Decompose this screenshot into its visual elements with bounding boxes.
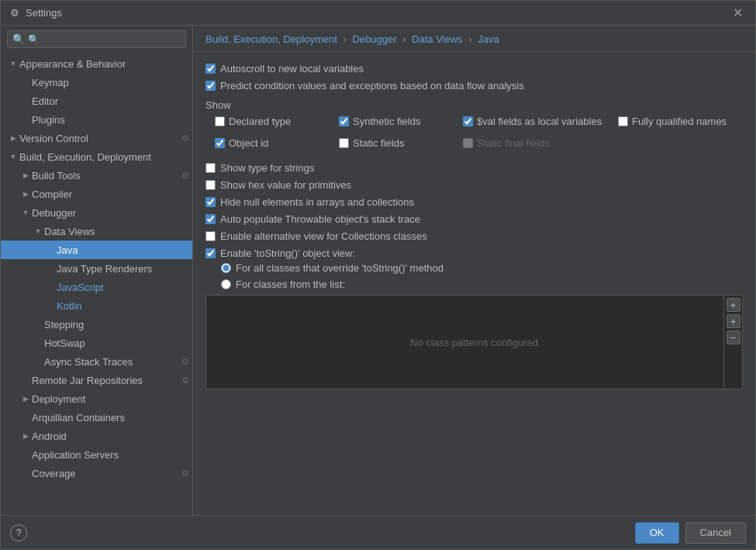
sidebar-item-javascript[interactable]: JavaScript (1, 278, 192, 296)
sidebar-item-label: Version Control (19, 133, 88, 144)
object-id-input[interactable] (215, 138, 225, 148)
right-panel: Build, Execution, Deployment › Debugger … (193, 26, 755, 515)
static-fields-input[interactable] (339, 138, 349, 148)
expand-icon (44, 244, 57, 256)
sidebar-item-label: Java (57, 244, 78, 256)
object-id-checkbox[interactable]: Object id (215, 137, 339, 149)
main-content: 🔍 ▼ Appearance & Behavior Keymap Editor (1, 26, 755, 515)
enable-alt-view-label: Enable alternative view for Collections … (220, 230, 427, 242)
sidebar: 🔍 ▼ Appearance & Behavior Keymap Editor (1, 26, 193, 515)
sidebar-item-stepping[interactable]: Stepping (1, 315, 192, 334)
show-options: Declared type Synthetic fields $val fiel… (215, 116, 743, 154)
all-classes-radio[interactable]: For all classes that override 'toString(… (221, 262, 743, 274)
sidebar-item-label: Remote Jar Repositories (32, 375, 143, 386)
expand-icon (44, 299, 57, 312)
show-type-strings-input[interactable] (205, 163, 216, 173)
show-hex-checkbox[interactable]: Show hex value for primitives (205, 179, 743, 191)
sidebar-item-version-control[interactable]: ▶ Version Control ⚙ (1, 129, 192, 147)
declared-type-input[interactable] (215, 116, 225, 126)
sidebar-item-compiler[interactable]: ▶ Compiler (1, 185, 192, 203)
breadcrumb: Build, Execution, Deployment › Debugger … (193, 26, 755, 52)
auto-populate-input[interactable] (205, 214, 216, 224)
expand-icon: ▼ (32, 225, 44, 237)
sval-fields-checkbox[interactable]: $val fields as local variables (463, 116, 618, 127)
declared-type-label: Declared type (229, 116, 291, 127)
enable-alt-view-input[interactable] (205, 231, 216, 241)
sidebar-item-label: Android (32, 431, 67, 442)
fully-qualified-checkbox[interactable]: Fully qualified names (618, 116, 727, 127)
static-final-fields-input (463, 138, 473, 148)
sidebar-item-label: Build Tools (32, 170, 81, 182)
sidebar-item-editor[interactable]: Editor (1, 92, 192, 110)
sidebar-item-app-servers[interactable]: Application Servers (1, 445, 192, 464)
expand-icon (44, 262, 57, 275)
static-fields-checkbox[interactable]: Static fields (339, 137, 463, 149)
hide-null-input[interactable] (205, 197, 216, 207)
hide-null-checkbox[interactable]: Hide null elements in arrays and collect… (205, 196, 743, 208)
sidebar-item-arquillian[interactable]: Arquillian Containers (1, 408, 192, 427)
auto-populate-label: Auto populate Throwable object's stack t… (220, 213, 420, 225)
show-row-1: Declared type Synthetic fields $val fiel… (215, 116, 743, 133)
sidebar-item-label: Data Views (44, 226, 95, 237)
sidebar-item-deployment[interactable]: ▶ Deployment (1, 389, 192, 408)
show-hex-label: Show hex value for primitives (220, 179, 351, 191)
gear-icon: ⚙ (181, 375, 189, 386)
expand-icon (32, 318, 44, 330)
from-list-input[interactable] (221, 279, 231, 289)
enable-alt-view-checkbox[interactable]: Enable alternative view for Collections … (205, 230, 743, 242)
sidebar-item-appearance[interactable]: ▼ Appearance & Behavior (1, 54, 192, 73)
synthetic-fields-checkbox[interactable]: Synthetic fields (339, 116, 463, 127)
sidebar-item-label: Compiler (32, 189, 72, 200)
help-button[interactable]: ? (10, 524, 27, 541)
fully-qualified-input[interactable] (618, 116, 628, 126)
sidebar-item-hotswap[interactable]: HotSwap (1, 334, 192, 352)
remove-pattern-button[interactable]: − (727, 330, 740, 344)
search-box[interactable]: 🔍 (7, 30, 186, 48)
expand-icon (32, 355, 44, 368)
sidebar-item-remote-jar[interactable]: Remote Jar Repositories ⚙ (1, 371, 192, 389)
search-input[interactable] (28, 34, 181, 45)
sidebar-item-kotlin[interactable]: Kotlin (1, 296, 192, 315)
autoscroll-input[interactable] (205, 64, 216, 74)
predict-input[interactable] (205, 81, 216, 91)
all-classes-input[interactable] (221, 263, 231, 273)
sidebar-item-data-views[interactable]: ▼ Data Views (1, 222, 192, 240)
sidebar-item-keymap[interactable]: Keymap (1, 73, 192, 92)
autoscroll-checkbox[interactable]: Autoscroll to new local variables (205, 63, 743, 74)
predict-checkbox[interactable]: Predict condition values and exceptions … (205, 80, 743, 92)
add-pattern-button[interactable]: + (727, 298, 740, 312)
sval-fields-input[interactable] (463, 116, 473, 126)
sidebar-item-coverage[interactable]: Coverage ⚙ (1, 464, 192, 483)
sidebar-item-label: Build, Execution, Deployment (19, 151, 151, 163)
breadcrumb-part: Data Views (412, 33, 463, 45)
sidebar-item-java-type-renderers[interactable]: Java Type Renderers (1, 259, 192, 278)
cancel-button[interactable]: Cancel (685, 522, 746, 544)
auto-populate-checkbox[interactable]: Auto populate Throwable object's stack t… (205, 213, 743, 225)
breadcrumb-part: Java (478, 33, 499, 45)
synthetic-fields-label: Synthetic fields (353, 116, 420, 127)
declared-type-checkbox[interactable]: Declared type (215, 116, 339, 127)
sidebar-item-java[interactable]: Java (1, 240, 192, 259)
enable-tostring-checkbox[interactable]: Enable 'toString()' object view: (205, 247, 743, 259)
sidebar-item-build-tools[interactable]: ▶ Build Tools ⚙ (1, 166, 192, 185)
from-list-radio[interactable]: For classes from the list: (221, 278, 743, 290)
add-pattern-button2[interactable]: + (727, 314, 740, 328)
sidebar-item-android[interactable]: ▶ Android (1, 427, 192, 445)
sidebar-item-build-exec[interactable]: ▼ Build, Execution, Deployment (1, 147, 192, 166)
sidebar-item-label: Kotlin (57, 300, 82, 312)
sidebar-item-label: JavaScript (57, 282, 104, 293)
close-button[interactable]: ✕ (728, 4, 747, 22)
enable-tostring-input[interactable] (205, 248, 216, 258)
no-patterns-text: No class patterns configured (410, 337, 538, 348)
show-hex-input[interactable] (205, 180, 216, 190)
fully-qualified-label: Fully qualified names (632, 116, 727, 127)
show-type-strings-checkbox[interactable]: Show type for strings (205, 162, 743, 174)
ok-button[interactable]: OK (635, 522, 679, 544)
class-patterns-box: No class patterns configured + + − (205, 295, 743, 389)
show-label: Show (205, 99, 743, 111)
sidebar-item-plugins[interactable]: Plugins (1, 110, 192, 129)
sidebar-item-async-stack[interactable]: Async Stack Traces ⚙ (1, 352, 192, 371)
synthetic-fields-input[interactable] (339, 116, 349, 126)
sidebar-item-debugger[interactable]: ▼ Debugger (1, 203, 192, 222)
expand-icon (19, 95, 32, 107)
